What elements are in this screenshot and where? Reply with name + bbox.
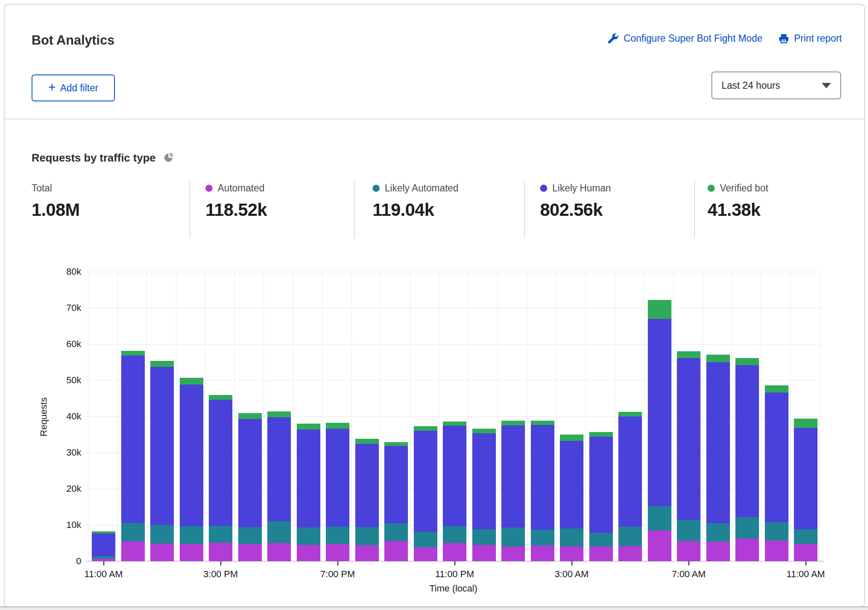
- segment-verified-bot: [648, 300, 671, 319]
- bar-12-00-AM: [472, 272, 496, 561]
- segment-likely-automated: [765, 522, 788, 541]
- segment-verified-bot: [677, 351, 700, 358]
- segment-likely-human: [677, 358, 700, 520]
- segment-likely-automated: [443, 526, 466, 543]
- segment-likely-automated: [618, 527, 642, 546]
- segment-likely-human: [297, 430, 320, 528]
- y-tick-label: 40k: [48, 411, 81, 422]
- segment-likely-human: [355, 444, 379, 527]
- segment-likely-automated: [150, 525, 174, 544]
- segment-automated: [706, 542, 730, 561]
- segment-likely-automated: [180, 526, 203, 544]
- segment-verified-bot: [150, 361, 174, 367]
- segment-likely-human: [267, 417, 291, 522]
- bar-11-00-PM: [443, 272, 466, 561]
- segment-automated: [414, 547, 437, 561]
- segment-likely-automated: [706, 523, 730, 542]
- segment-verified-bot: [531, 421, 554, 424]
- segment-automated: [501, 546, 525, 561]
- bar-10-00-AM: [765, 272, 788, 561]
- segment-likely-human: [765, 393, 788, 522]
- segment-automated: [735, 538, 759, 561]
- bar-2-00-PM: [180, 272, 203, 561]
- segment-likely-automated: [560, 528, 583, 546]
- segment-likely-human: [180, 385, 203, 526]
- segment-likely-automated: [238, 527, 262, 544]
- bot-analytics-page: Bot Analytics Configure Super Bot Fight …: [0, 0, 868, 610]
- segment-likely-human: [794, 428, 817, 530]
- segment-verified-bot: [92, 531, 115, 533]
- segment-automated: [267, 543, 291, 561]
- segment-verified-bot: [765, 385, 788, 393]
- segment-automated: [180, 544, 203, 561]
- x-tick-label: 3:00 AM: [555, 569, 589, 580]
- segment-likely-automated: [326, 527, 349, 544]
- segment-verified-bot: [560, 435, 583, 441]
- x-tick-label: 3:00 PM: [203, 569, 238, 580]
- segment-likely-human: [209, 400, 232, 526]
- segment-likely-automated: [794, 529, 817, 544]
- y-axis-title: Requests: [38, 375, 49, 459]
- segment-likely-automated: [531, 530, 554, 546]
- bar-1-00-AM: [501, 272, 525, 561]
- segment-verified-bot: [706, 355, 730, 362]
- segment-likely-human: [150, 367, 174, 525]
- x-tick: [454, 561, 455, 565]
- segment-likely-automated: [648, 506, 671, 530]
- segment-likely-human: [414, 431, 437, 532]
- segment-verified-bot: [355, 439, 379, 444]
- chart-plot-area[interactable]: 010k20k30k40k50k60k70k80k11:00 AM3:00 PM…: [0, 0, 868, 610]
- segment-likely-automated: [501, 528, 525, 546]
- segment-automated: [677, 541, 700, 561]
- y-tick-label: 50k: [48, 375, 81, 386]
- segment-likely-human: [735, 365, 759, 517]
- segment-verified-bot: [472, 429, 496, 433]
- x-tick-label: 11:00 PM: [435, 569, 474, 580]
- segment-verified-bot: [794, 419, 817, 428]
- y-tick-label: 30k: [48, 447, 81, 458]
- segment-automated: [209, 543, 232, 561]
- segment-likely-human: [238, 419, 262, 527]
- bar-12-00-PM: [121, 272, 145, 561]
- bar-8-00-AM: [706, 272, 730, 561]
- segment-verified-bot: [326, 423, 349, 429]
- segment-automated: [326, 544, 349, 561]
- segment-verified-bot: [618, 412, 642, 416]
- y-tick-label: 70k: [48, 302, 81, 313]
- segment-likely-human: [706, 362, 730, 523]
- segment-automated: [472, 545, 496, 561]
- segment-likely-automated: [92, 556, 115, 559]
- segment-automated: [648, 530, 671, 561]
- x-tick: [805, 561, 807, 565]
- bar-3-00-PM: [209, 272, 232, 561]
- bar-5-00-PM: [267, 272, 291, 561]
- segment-automated: [560, 546, 583, 561]
- segment-automated: [794, 544, 817, 561]
- segment-likely-human: [326, 429, 349, 527]
- bar-11-00-AM: [794, 272, 817, 561]
- bar-5-00-AM: [618, 272, 642, 561]
- x-axis-title: Time (local): [411, 583, 495, 594]
- y-tick-label: 20k: [48, 483, 81, 494]
- segment-verified-bot: [180, 378, 203, 385]
- segment-automated: [531, 546, 554, 561]
- x-tick: [337, 561, 338, 565]
- segment-likely-automated: [589, 533, 613, 546]
- segment-likely-human: [384, 446, 408, 523]
- segment-likely-human: [648, 319, 671, 506]
- bar-4-00-AM: [589, 272, 613, 561]
- x-tick: [103, 561, 104, 565]
- x-tick-label: 11:00 AM: [84, 569, 122, 580]
- segment-likely-human: [531, 425, 554, 530]
- segment-automated: [150, 544, 174, 561]
- segment-automated: [765, 541, 788, 561]
- bar-10-00-PM: [414, 272, 437, 561]
- y-tick-label: 60k: [48, 339, 81, 350]
- segment-automated: [355, 545, 379, 561]
- segment-likely-automated: [735, 517, 759, 538]
- x-tick-label: 7:00 AM: [672, 569, 706, 580]
- segment-verified-bot: [384, 442, 408, 446]
- x-tick: [688, 561, 690, 565]
- segment-verified-bot: [121, 351, 145, 355]
- segment-verified-bot: [414, 426, 437, 431]
